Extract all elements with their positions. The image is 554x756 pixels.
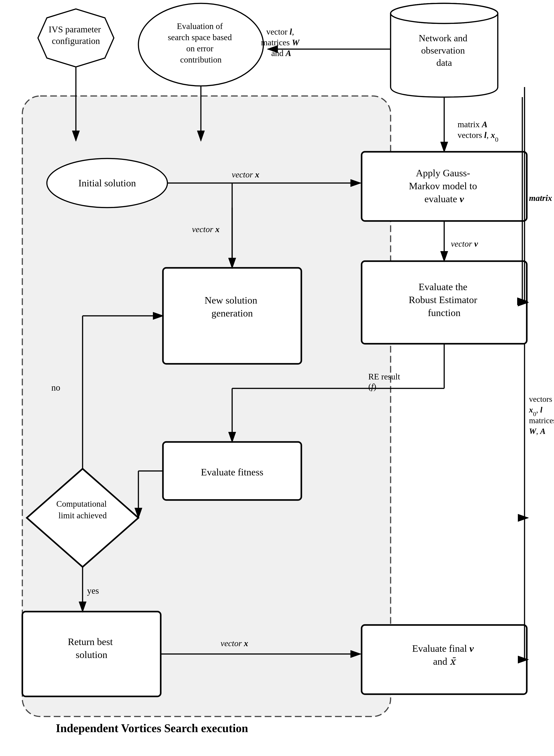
svg-point-12 <box>391 3 498 23</box>
vector-v-label: vector v <box>451 239 478 248</box>
vector-x-1-label: vector x <box>232 170 259 179</box>
initial-solution-label: Initial solution <box>78 178 136 189</box>
re-result-f-label: (f) <box>368 382 376 392</box>
yes-label: yes <box>87 586 99 596</box>
evaluate-fitness-label: Evaluate fitness <box>201 467 263 478</box>
matrix-w-label: matrix W <box>529 193 554 203</box>
re-result-label: RE result <box>368 372 400 381</box>
vector-x-2-label: vector x <box>192 225 219 234</box>
ivs-execution-title: Independent Vortices Search execution <box>56 722 248 735</box>
vector-x-final-label: vector x <box>221 639 248 648</box>
matrix-a-label: matrix A vectors l, x0 <box>457 120 498 143</box>
vector-l-label: vector l, matrices W and A <box>261 27 301 58</box>
vectors-xo-l-label: vectors x0, l matrices W, A <box>529 395 554 436</box>
no-label: no <box>51 383 60 393</box>
diagram: IVS parameter configuration Evaluation o… <box>0 0 554 756</box>
